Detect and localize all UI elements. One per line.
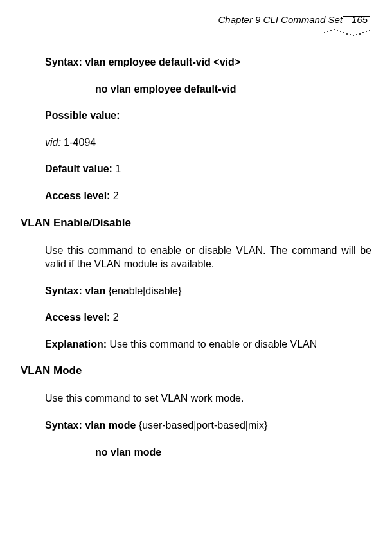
default-value-val: 1 [112,163,121,174]
access-level-line: Access level: 2 [45,189,371,203]
header-text: Chapter 9 CLI Command Set165 [21,14,371,25]
default-value-line: Default value: 1 [45,162,371,176]
header-dots [324,28,371,37]
vlan-enable-syntax-rest: {enable|disable} [105,285,181,296]
page-header: Chapter 9 CLI Command Set165 [21,14,371,37]
vid-val: 1-4094 [61,137,96,148]
vlan-enable-access-level: Access level: 2 [45,310,371,325]
vlan-enable-ex-label: Explanation: [45,339,107,350]
vlan-mode-syntax: Syntax: vlan mode {user-based|port-based… [45,418,371,433]
syntax-line: Syntax: vlan employee default-vid <vid> [45,55,371,69]
vlan-enable-ex-val: Use this command to enable or disable VL… [107,339,317,350]
no-form-line: no vlan employee default-vid [95,82,371,96]
vlan-enable-syntax: Syntax: vlan {enable|disable} [45,284,371,298]
page-number-box [343,16,370,28]
access-level-label: Access level: [45,190,110,201]
vlan-enable-al-label: Access level: [45,312,110,323]
default-value-label: Default value: [45,163,112,174]
vlan-enable-al-val: 2 [110,312,118,323]
access-level-val: 2 [110,190,118,201]
chapter-title: Chapter 9 CLI Command Set [218,14,343,25]
vlan-enable-desc: Use this command to enable or disable VL… [45,244,371,271]
vlan-mode-syntax-label: Syntax: vlan mode [45,420,136,431]
possible-value-label: Possible value: [45,109,371,123]
vid-range: vid: 1-4094 [45,136,371,150]
page-body: Syntax: vlan employee default-vid <vid> … [21,37,371,459]
vid-key: vid: [45,137,61,148]
vlan-mode-no-form: no vlan mode [95,445,371,460]
page: Chapter 9 CLI Command Set165 Syntax: vla… [0,0,392,545]
section-heading-vlan-enable: VLAN Enable/Disable [21,216,371,231]
section-heading-vlan-mode: VLAN Mode [21,364,371,379]
vlan-enable-syntax-label: Syntax: vlan [45,285,105,296]
vlan-mode-syntax-rest: {user-based|port-based|mix} [136,420,267,431]
vlan-enable-explanation: Explanation: Use this command to enable … [45,337,371,352]
vlan-mode-desc: Use this command to set VLAN work mode. [45,391,371,406]
